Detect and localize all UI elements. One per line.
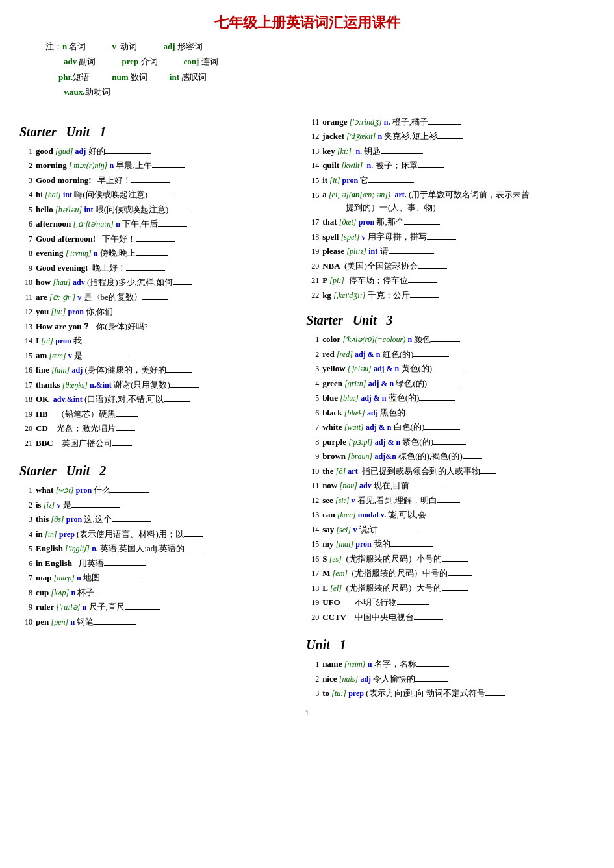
- list-item: 16a [ei, ə](an[æn; ən]) art. (用于单数可数名词前，…: [306, 188, 595, 214]
- list-item: 7white [wait] adj & n 白色(的): [306, 421, 595, 434]
- list-item: 9Good evening! 晚上好！: [19, 262, 287, 275]
- word-list-unit1: 1name [neim] n 名字，名称 2nice [nais] adj 令人…: [306, 658, 595, 700]
- list-item: 1what [wɔt] pron 什么: [19, 484, 287, 497]
- list-item: 18spell [spel] v 用字母拼，拼写: [306, 230, 595, 243]
- list-item: 21BBC 英国广播公司: [19, 437, 287, 450]
- list-item: 20CCTV 中国中央电视台: [306, 611, 595, 624]
- list-item: 2is [iz] v 是: [19, 499, 287, 512]
- list-item: 1name [neim] n 名字，名称: [306, 658, 595, 671]
- list-item: 15it [it] pron 它: [306, 174, 595, 187]
- word-list-starter3: 1color ['kʌlə(r0](=colour) n 颜色 2red [re…: [306, 333, 595, 623]
- word-list-starter1: 1good [gud] adj 好的 2morning ['mɔ:(r)niŋ]…: [19, 145, 287, 450]
- list-item: 20NBA (美国)全国篮球协会: [306, 260, 595, 273]
- list-item: 12see [si:] v 看见,看到,理解，明白: [306, 494, 595, 507]
- left-column: Starter Unit 1 1good [gud] adj 好的 2morni…: [19, 113, 300, 702]
- list-item: 6afternoon [,ɑ:ftə'nu:n] n 下午,午后: [19, 217, 287, 230]
- list-item: 11now [nau] adv 现在,目前: [306, 479, 595, 492]
- list-item: 4hi [hai] int 嗨(问候或唤起注意): [19, 188, 287, 201]
- list-item: 22kg [,kei'dʒi:] 千克；公斤: [306, 289, 595, 302]
- list-item: 21P [pi:] 停车场；停车位: [306, 274, 595, 287]
- list-item: 4in [in] prep (表示使用语言、材料)用；以: [19, 528, 287, 541]
- right-column: 11orange ['ɔ:rindʒ] n. 橙子,橘子 12jacket ['…: [300, 113, 595, 702]
- list-item: 3yellow ['jeləu] adj & n 黄色(的): [306, 362, 595, 375]
- list-item: 19HB （铅笔芯）硬黑: [19, 408, 287, 421]
- list-item: 8cup [kʌp] n 杯子: [19, 586, 287, 599]
- list-item: 13key [ki:] n. 钥匙: [306, 145, 595, 158]
- list-item: 14say [sei] v 说;讲: [306, 523, 595, 536]
- list-item: 7Good afternoon! 下午好！: [19, 232, 287, 245]
- list-item: 8purple ['pɜ:pl] adj & n 紫色(的): [306, 436, 595, 449]
- list-item: 10how [hau] adv (指程度)多少,怎样,如何: [19, 276, 287, 289]
- list-item: 11are [ɑ: ɡr ] v 是〈be的复数〉: [19, 291, 287, 304]
- list-item: 12you [ju:] pron 你,你们: [19, 305, 287, 318]
- list-item: 1color ['kʌlə(r0](=colour) n 颜色: [306, 333, 595, 346]
- page-number: 1: [19, 708, 595, 718]
- list-item: 17thanks [θæŋks] n.&int 谢谢(只用复数): [19, 378, 287, 391]
- unit-title-starter3: Starter Unit 3: [306, 313, 595, 328]
- list-item: 19please [pli:z] int 请: [306, 245, 595, 258]
- list-item: 4green [gri:n] adj & n 绿色(的): [306, 377, 595, 390]
- list-item: 3Good morning! 早上好！: [19, 174, 287, 187]
- list-item: 8evening ['i:vniŋ] n 傍晚;晚上: [19, 247, 287, 260]
- list-item: 2nice [nais] adj 令人愉快的: [306, 673, 595, 686]
- list-item: 16S [es] (尤指服装的尺码）小号的: [306, 552, 595, 565]
- list-item: 14I [ai] pron 我: [19, 334, 287, 347]
- list-item: 3to [tu:] prep (表示方向)到,向 动词不定式符号: [306, 687, 595, 700]
- legend: 注：n 名词 v 动词 adj 形容词 adv 副词 prep 介词 conj …: [19, 39, 595, 100]
- list-item: 6black [blæk] adj 黑色的: [306, 406, 595, 419]
- list-item: 5hello [hə'ləu] int 喂(问候或唤起注意): [19, 203, 287, 216]
- list-item: 14quilt [kwilt] n. 被子；床罩: [306, 159, 595, 172]
- list-item: 7map [mæp] n 地图: [19, 571, 287, 584]
- list-item: 16fine [fain] adj (身体)健康的，美好的: [19, 364, 287, 377]
- list-item: 2morning ['mɔ:(r)niŋ] n 早晨,上午: [19, 159, 287, 172]
- list-item: 17that [ðæt] pron 那,那个: [306, 216, 595, 229]
- word-list-starter2-cont: 11orange ['ɔ:rindʒ] n. 橙子,橘子 12jacket ['…: [306, 116, 595, 302]
- list-item: 13can [kæn] modal v. 能,可以,会: [306, 508, 595, 521]
- list-item: 5English ['iŋgliʃ] n. 英语,英国人;adj.英语的: [19, 542, 287, 555]
- list-item: 1good [gud] adj 好的: [19, 145, 287, 158]
- list-item: 15am [æm] v 是: [19, 349, 287, 362]
- list-item: 12jacket ['dʒækit] n 夹克衫,短上衫: [306, 130, 595, 143]
- unit-title-unit1: Unit 1: [306, 638, 595, 652]
- list-item: 18OK adv.&int (口语)好,对,不错,可以: [19, 393, 287, 406]
- list-item: 9ruler ['ru:lə] n 尺子,直尺: [19, 601, 287, 614]
- list-item: 15my [mai] pron 我的: [306, 538, 595, 551]
- list-item: 17M [em] (尤指服装的尺码）中号的: [306, 567, 595, 580]
- list-item: 9brown [braun] adj&n 棕色(的),褐色(的): [306, 450, 595, 463]
- list-item: 10the [ð] art 指已提到或易领会到的人或事物: [306, 465, 595, 478]
- list-item: 6in English 用英语: [19, 557, 287, 570]
- page-title: 七年级上册英语词汇运用课件: [19, 13, 595, 32]
- list-item: 13How are you？ 你(身体)好吗?: [19, 320, 287, 333]
- list-item: 20CD 光盘；激光唱片: [19, 422, 287, 435]
- list-item: 3this [ðs] pron 这,这个: [19, 513, 287, 526]
- list-item: 19UFO 不明飞行物: [306, 596, 595, 609]
- list-item: 10pen [pen] n 钢笔: [19, 615, 287, 628]
- list-item: 11orange ['ɔ:rindʒ] n. 橙子,橘子: [306, 116, 595, 129]
- list-item: 18L [el] (尤指服装的尺码）大号的: [306, 582, 595, 595]
- list-item: 2red [red] adj & n 红色(的): [306, 348, 595, 361]
- list-item: 5blue [blu:] adj & n 蓝色(的): [306, 391, 595, 404]
- unit-title-starter2: Starter Unit 2: [19, 464, 287, 478]
- unit-title-starter1: Starter Unit 1: [19, 125, 287, 140]
- word-list-starter2: 1what [wɔt] pron 什么 2is [iz] v 是 3this […: [19, 484, 287, 628]
